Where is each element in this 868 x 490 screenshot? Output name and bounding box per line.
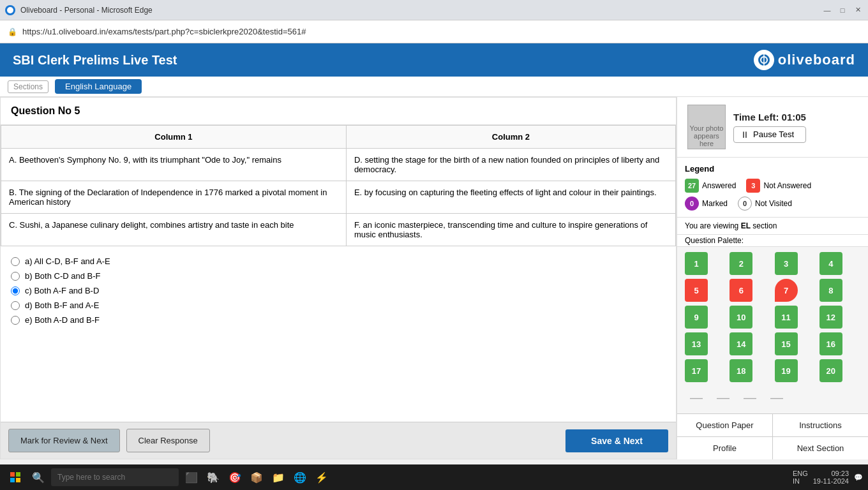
- option-c[interactable]: c) Both A-F and B-D: [11, 283, 666, 298]
- question-number: Question No 5: [1, 98, 676, 125]
- option-label-b: b) Both C-D and B-F: [25, 271, 101, 281]
- maximize-button[interactable]: □: [837, 5, 848, 15]
- avatar: Your photo appears here: [687, 105, 726, 149]
- palette-num-14[interactable]: 14: [730, 332, 752, 355]
- save-next-button[interactable]: Save & Next: [565, 429, 668, 452]
- palette-num-12[interactable]: 12: [819, 306, 842, 329]
- palette-num-20[interactable]: 20: [819, 359, 842, 382]
- palette-num-7[interactable]: 7: [775, 279, 798, 302]
- not-answered-badge: 3: [746, 179, 760, 193]
- answered-badge: 27: [685, 179, 699, 193]
- palette-num-10[interactable]: 10: [730, 306, 752, 329]
- clear-response-button[interactable]: Clear Response: [126, 429, 210, 452]
- palette-num-3[interactable]: 3: [775, 252, 798, 275]
- option-d[interactable]: d) Both B-F and A-E: [11, 298, 666, 313]
- question-paper-button[interactable]: Question Paper: [677, 414, 772, 436]
- palette-num-19[interactable]: 19: [775, 359, 798, 382]
- legend-not-answered: 3 Not Answered: [746, 179, 811, 193]
- palette-label: Question Palette:: [677, 235, 868, 247]
- palette-dash-2: —: [738, 386, 761, 409]
- radio-a[interactable]: [11, 257, 20, 266]
- palette-num-13[interactable]: 13: [685, 332, 708, 355]
- next-section-button[interactable]: Next Section: [773, 437, 868, 459]
- section-code: EL: [741, 221, 751, 230]
- logo-icon: [754, 50, 774, 70]
- app-header: SBI Clerk Prelims Live Test oliveboard: [0, 43, 868, 77]
- marked-label: Marked: [702, 199, 728, 208]
- browser-title: Oliveboard - Personal - Microsoft Edge: [20, 6, 817, 15]
- not-visited-badge: 0: [738, 197, 752, 211]
- taskbar-right: ENGIN 09:23 19-11-2024 💬: [793, 470, 863, 485]
- taskbar-icon-4: 📦: [248, 468, 266, 486]
- browser-titlebar: Oliveboard - Personal - Microsoft Edge —…: [0, 0, 868, 20]
- palette-dash-1: —: [712, 386, 735, 409]
- option-label-a: a) All C-D, B-F and A-E: [25, 256, 110, 266]
- palette-dash-3: —: [765, 386, 788, 409]
- answered-label: Answered: [702, 181, 736, 190]
- clock-time: 09:23: [831, 470, 849, 477]
- taskbar-search-input[interactable]: [51, 468, 179, 486]
- table-cell-col2: E. by focusing on capturing the fleeting…: [346, 181, 675, 214]
- search-taskbar[interactable]: 🔍: [29, 468, 47, 486]
- palette-num-4[interactable]: 4: [819, 252, 842, 275]
- radio-e[interactable]: [11, 316, 20, 325]
- mark-review-button[interactable]: Mark for Review & Next: [8, 429, 120, 452]
- radio-b[interactable]: [11, 272, 20, 281]
- taskbar-lang: ENGIN: [793, 470, 808, 485]
- viewing-info: You are viewing EL section: [677, 218, 868, 235]
- palette-num-6[interactable]: 6: [730, 279, 752, 302]
- palette-num-11[interactable]: 11: [775, 306, 798, 329]
- option-label-d: d) Both B-F and A-E: [25, 301, 99, 310]
- legend-area: Legend 27 Answered 3 Not Answered 0 Mark…: [677, 158, 868, 218]
- taskbar-icon-3: 🎯: [226, 468, 244, 486]
- taskbar: 🔍 ⬛ 🐘 🎯 📦 📁 🌐 ⚡ ENGIN 09:23 19-11-2024 💬: [0, 464, 868, 490]
- option-e[interactable]: e) Both A-D and B-F: [11, 313, 666, 327]
- col1-header: Column 1: [1, 126, 347, 149]
- right-panel: Your photo appears here Time Left: 01:05…: [677, 97, 868, 459]
- question-footer: Mark for Review & Next Clear Response Sa…: [1, 422, 676, 459]
- english-language-tab[interactable]: English Language: [55, 79, 142, 94]
- logo-area: oliveboard: [754, 50, 855, 70]
- minimize-button[interactable]: —: [822, 5, 832, 15]
- pause-icon: ⏸: [740, 130, 749, 140]
- table-cell-col2: D. setting the stage for the birth of a …: [346, 149, 675, 181]
- palette-num-5[interactable]: 5: [685, 279, 708, 302]
- profile-timer-area: Your photo appears here Time Left: 01:05…: [677, 97, 868, 158]
- question-palette: 1234567891011121314151617181920————: [677, 247, 868, 413]
- radio-d[interactable]: [11, 301, 20, 310]
- notification-icon: 💬: [854, 473, 863, 482]
- svg-rect-5: [16, 472, 20, 477]
- legend-marked: 0 Marked: [685, 197, 728, 211]
- main-body: Question No 5 Column 1 Column 2 A. Beeth…: [0, 97, 868, 459]
- radio-c[interactable]: [11, 286, 20, 295]
- option-b[interactable]: b) Both C-D and B-F: [11, 269, 666, 283]
- options-area: a) All C-D, B-F and A-Eb) Both C-D and B…: [1, 246, 676, 335]
- logo-text: oliveboard: [778, 52, 855, 68]
- svg-rect-4: [10, 472, 15, 477]
- palette-num-15[interactable]: 15: [775, 332, 798, 355]
- sections-label: Sections: [8, 80, 49, 93]
- palette-num-16[interactable]: 16: [819, 332, 842, 355]
- bottom-buttons: Question Paper Instructions Profile Next…: [677, 413, 868, 459]
- palette-num-1[interactable]: 1: [685, 252, 708, 275]
- instructions-button[interactable]: Instructions: [773, 414, 868, 436]
- url-text[interactable]: https://u1.oliveboard.in/exams/tests/par…: [22, 27, 306, 36]
- palette-num-8[interactable]: 8: [819, 279, 842, 302]
- option-a[interactable]: a) All C-D, B-F and A-E: [11, 254, 666, 269]
- table-cell-col2: F. an iconic masterpiece, transcending t…: [346, 214, 675, 246]
- question-body: Column 1 Column 2 A. Beethoven's Symphon…: [1, 125, 676, 422]
- palette-num-2[interactable]: 2: [730, 252, 752, 275]
- palette-num-18[interactable]: 18: [730, 359, 752, 382]
- palette-num-17[interactable]: 17: [685, 359, 708, 382]
- table-cell-col1: C. Sushi, a Japanese culinary delight, c…: [1, 214, 347, 246]
- match-table: Column 1 Column 2 A. Beethoven's Symphon…: [1, 125, 676, 246]
- profile-button[interactable]: Profile: [677, 437, 772, 459]
- palette-num-9[interactable]: 9: [685, 306, 708, 329]
- pause-label: Pause Test: [753, 130, 794, 139]
- palette-dash-0: —: [685, 386, 708, 409]
- close-button[interactable]: ✕: [853, 5, 863, 15]
- pause-button[interactable]: ⏸ Pause Test: [733, 126, 806, 143]
- start-button[interactable]: [5, 467, 26, 487]
- legend-answered: 27 Answered: [685, 179, 736, 193]
- taskbar-icon-2: 🐘: [204, 468, 222, 486]
